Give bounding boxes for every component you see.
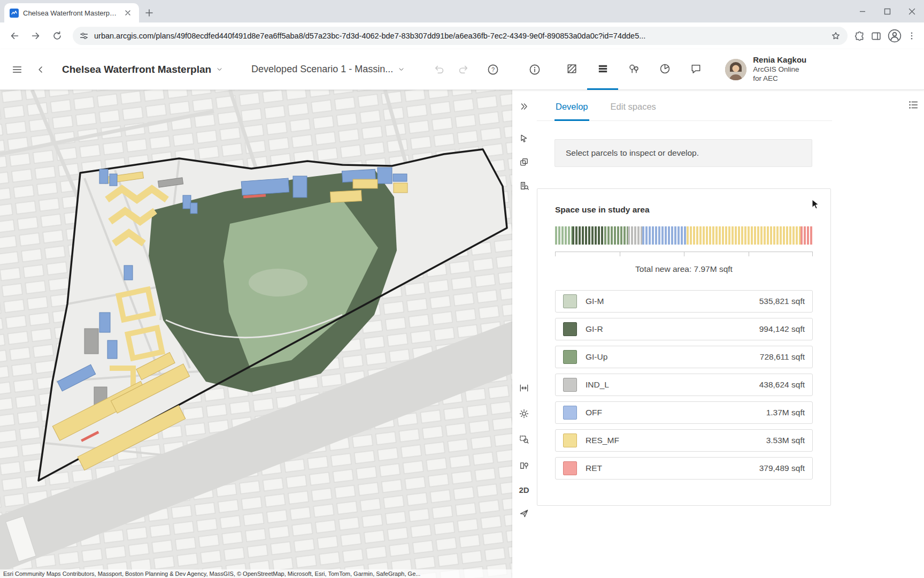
legend-swatch xyxy=(563,461,577,475)
space-use-list-icon[interactable] xyxy=(906,97,921,112)
select-parcels-hint: Select parcels to inspect or develop. xyxy=(555,139,812,167)
user-name: Renia Kagkou xyxy=(753,55,806,65)
user-org-line2: for AEC xyxy=(753,74,806,83)
comments-icon[interactable] xyxy=(680,49,711,90)
browser-profile-icon[interactable] xyxy=(887,29,902,43)
tab-edit-spaces[interactable]: Edit spaces xyxy=(610,102,657,121)
space-use-legend: GI-M 535,821 sqft GI-R 994,142 sqft GI-U… xyxy=(555,290,813,480)
url-bar[interactable]: urban.arcgis.com/plans/49f08ecdfed440f49… xyxy=(73,27,848,45)
legend-value: 3.53M sqft xyxy=(766,436,805,445)
side-panel-icon[interactable] xyxy=(871,31,882,42)
map-toolstrip: 2D xyxy=(512,90,536,578)
space-use-title: Space use in study area xyxy=(555,205,813,215)
forward-icon[interactable] xyxy=(27,27,45,45)
legend-swatch xyxy=(563,350,577,364)
back-icon[interactable] xyxy=(5,27,24,45)
zoom-to-area-icon[interactable] xyxy=(515,430,533,448)
window-maximize-icon[interactable] xyxy=(875,0,899,22)
legend-row: GI-R 994,142 sqft xyxy=(555,318,813,340)
tab-develop[interactable]: Develop xyxy=(555,102,589,121)
legend-swatch xyxy=(563,294,577,308)
map-viewport[interactable]: Esri Community Maps Contributors, Masspo… xyxy=(0,90,512,578)
legend-value: 728,611 sqft xyxy=(760,352,805,362)
legend-value: 994,142 sqft xyxy=(759,324,805,334)
select-parcel-icon[interactable] xyxy=(515,130,533,148)
building-explorer-icon[interactable] xyxy=(515,177,533,195)
swipe-layers-icon[interactable] xyxy=(515,153,533,171)
tab-title: Chelsea Waterfront Masterplan xyxy=(23,9,118,17)
spaces-mode-icon[interactable] xyxy=(587,49,618,90)
legend-value: 438,624 sqft xyxy=(759,380,805,390)
browser-tab[interactable]: Chelsea Waterfront Masterplan xyxy=(4,3,139,22)
user-avatar[interactable] xyxy=(725,59,746,80)
bar-segment-gi-r xyxy=(572,226,604,245)
legend-swatch xyxy=(563,322,577,336)
svg-text:?: ? xyxy=(491,66,495,73)
map-scene[interactable] xyxy=(0,90,512,578)
bar-segment-ind-l xyxy=(628,226,642,245)
bar-segment-gi-m xyxy=(555,226,572,245)
browser-tab-strip: Chelsea Waterfront Masterplan xyxy=(0,0,924,22)
legend-label: GI-Up xyxy=(586,352,607,362)
reload-icon[interactable] xyxy=(48,27,66,45)
develop-panel: Develop Edit spaces Select parcels to in… xyxy=(536,90,924,578)
bar-axis xyxy=(555,252,813,257)
help-icon[interactable]: ? xyxy=(481,58,505,81)
window-minimize-icon[interactable] xyxy=(850,0,875,22)
total-new-area: Total new area: 7.97M sqft xyxy=(555,264,813,274)
app-menu-icon[interactable] xyxy=(5,58,29,81)
panel-tabs: Develop Edit spaces xyxy=(537,90,832,121)
user-info: Renia Kagkou ArcGIS Online for AEC xyxy=(753,55,806,83)
site-settings-icon[interactable] xyxy=(79,31,89,41)
scenario-selector[interactable]: Developed Scenario 1 - Massin... xyxy=(251,64,393,75)
plan-title[interactable]: Chelsea Waterfront Masterplan xyxy=(62,64,211,75)
redo-icon[interactable] xyxy=(451,58,475,81)
bar-segment-ret xyxy=(800,226,813,245)
tab-close-icon[interactable] xyxy=(122,7,134,19)
browser-window: Chelsea Waterfront Masterplan xyxy=(0,0,924,578)
bar-segment-gi-up xyxy=(604,226,628,245)
arcgis-urban-favicon xyxy=(10,9,19,18)
new-tab-icon[interactable] xyxy=(143,7,155,19)
bar-segment-off xyxy=(642,226,687,245)
trees-mode-icon[interactable] xyxy=(618,49,649,90)
legend-label: IND_L xyxy=(586,380,609,390)
view-2d-button[interactable]: 2D xyxy=(515,481,533,499)
scenario-chevron-icon[interactable] xyxy=(397,65,405,73)
context-visibility-icon[interactable] xyxy=(515,456,533,474)
extensions-icon[interactable] xyxy=(854,31,865,42)
collapse-panel-icon[interactable] xyxy=(515,97,533,116)
legend-swatch xyxy=(563,378,577,392)
legend-value: 1.37M sqft xyxy=(766,408,805,417)
legend-swatch xyxy=(563,434,577,447)
daylight-icon[interactable] xyxy=(515,405,533,423)
window-close-icon[interactable] xyxy=(899,0,924,22)
navbar-trailing-icons xyxy=(854,29,917,43)
dashboard-pie-icon[interactable] xyxy=(649,49,680,90)
window-controls xyxy=(850,0,924,22)
park-meadow xyxy=(249,269,307,296)
browser-menu-icon[interactable] xyxy=(907,31,917,41)
user-org-line1: ArcGIS Online xyxy=(753,65,806,74)
compass-fly-icon[interactable] xyxy=(515,504,533,522)
back-chevron-icon[interactable] xyxy=(29,58,52,81)
legend-label: RES_MF xyxy=(586,436,619,445)
legend-label: OFF xyxy=(586,408,602,417)
legend-label: GI-R xyxy=(586,324,603,334)
legend-row: IND_L 438,624 sqft xyxy=(555,374,813,396)
info-icon[interactable] xyxy=(523,58,546,81)
browser-navbar: urban.arcgis.com/plans/49f08ecdfed440f49… xyxy=(0,22,924,49)
space-use-stacked-bar xyxy=(555,226,813,245)
bar-segment-res-mf xyxy=(687,226,800,245)
surfaces-mode-icon[interactable] xyxy=(556,49,587,90)
measure-width-icon[interactable] xyxy=(515,379,533,397)
plan-title-chevron-icon[interactable] xyxy=(215,65,224,73)
map-attribution: Esri Community Maps Contributors, Masspo… xyxy=(0,569,512,578)
bookmark-star-icon[interactable] xyxy=(830,31,841,41)
url-text: urban.arcgis.com/plans/49f08ecdfed440f49… xyxy=(94,32,825,40)
legend-row: RET 379,489 sqft xyxy=(555,457,813,480)
undo-icon[interactable] xyxy=(428,58,451,81)
legend-value: 379,489 sqft xyxy=(759,463,805,473)
legend-row: RES_MF 3.53M sqft xyxy=(555,429,813,452)
legend-row: GI-M 535,821 sqft xyxy=(555,290,813,313)
